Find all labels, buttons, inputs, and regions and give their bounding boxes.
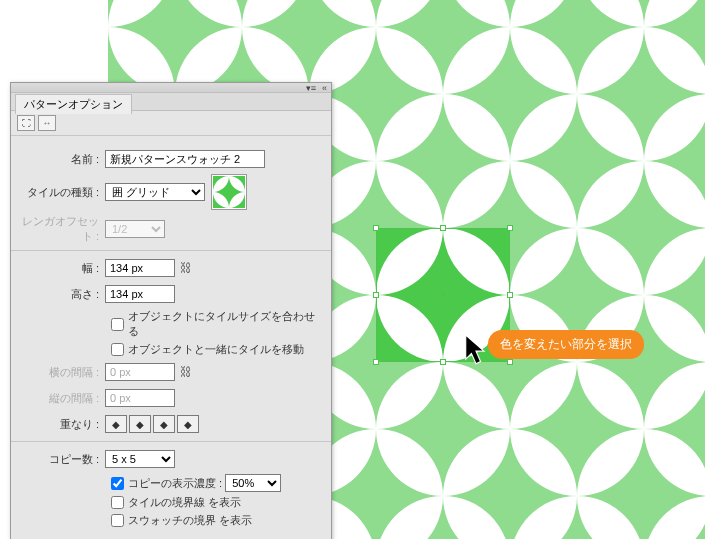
overlap-right-button[interactable]: ◆ <box>129 415 151 433</box>
callout-text: 色を変えたい部分を選択 <box>500 337 632 351</box>
show-swatch-bounds-label: スウォッチの境界 を表示 <box>128 513 252 528</box>
overlap-bottom-button[interactable]: ◆ <box>177 415 199 433</box>
panel-tab-pattern-options[interactable]: パターンオプション <box>15 94 132 114</box>
panel-menu-icon[interactable]: ▾≡ <box>306 83 316 93</box>
tile-edit-tool-button[interactable]: ⛶ <box>17 115 35 131</box>
selection-center-point <box>441 293 445 297</box>
tile-resize-tool-button[interactable]: ↔ <box>38 115 56 131</box>
overlap-label: 重なり : <box>21 417 105 432</box>
hspacing-label: 横の間隔 : <box>21 365 105 380</box>
show-swatch-bounds-checkbox[interactable] <box>111 514 124 527</box>
tile-preview-swatch <box>211 174 247 210</box>
size-to-object-label: オブジェクトにタイルサイズを合わせる <box>128 309 321 339</box>
brickoffset-select: 1/2 <box>105 220 165 238</box>
panel-toolbar: ⛶ ↔ <box>11 111 331 136</box>
move-with-object-label: オブジェクトと一緒にタイルを移動 <box>128 342 304 357</box>
link-dimensions-icon[interactable]: ⛓ <box>179 261 193 275</box>
height-label: 高さ : <box>21 287 105 302</box>
brickoffset-label: レンガオフセット : <box>21 214 105 244</box>
resize-handle[interactable] <box>440 225 446 231</box>
dim-copies-label: コピーの表示濃度 : <box>128 476 222 491</box>
width-input[interactable] <box>105 259 175 277</box>
tiletype-label: タイルの種類 : <box>21 185 105 200</box>
width-label: 幅 : <box>21 261 105 276</box>
name-label: 名前 : <box>21 152 105 167</box>
resize-handle[interactable] <box>373 292 379 298</box>
link-spacing-icon: ⛓ <box>179 365 193 379</box>
dim-copies-select[interactable]: 50% <box>225 474 281 492</box>
overlap-left-button[interactable]: ◆ <box>105 415 127 433</box>
panel-body: 名前 : タイルの種類 : 囲 グリッド レンガオフセット : 1/2 幅 : … <box>11 136 331 539</box>
copies-label: コピー数 : <box>21 452 105 467</box>
show-tile-edge-label: タイルの境界線 を表示 <box>128 495 241 510</box>
move-with-object-checkbox[interactable] <box>111 343 124 356</box>
size-to-object-checkbox[interactable] <box>111 318 124 331</box>
resize-handle[interactable] <box>507 225 513 231</box>
resize-handle[interactable] <box>373 225 379 231</box>
dim-copies-checkbox[interactable] <box>111 477 124 490</box>
resize-handle[interactable] <box>440 359 446 365</box>
height-input[interactable] <box>105 285 175 303</box>
panel-titlebar[interactable]: ▾≡ « <box>11 83 331 93</box>
resize-handle[interactable] <box>507 359 513 365</box>
pattern-options-panel: ▾≡ « パターンオプション ⛶ ↔ 名前 : タイルの種類 : 囲 グリッド … <box>10 82 332 539</box>
copies-select[interactable]: 5 x 5 <box>105 450 175 468</box>
resize-handle[interactable] <box>507 292 513 298</box>
panel-tab-row: パターンオプション <box>11 93 331 111</box>
resize-handle[interactable] <box>373 359 379 365</box>
name-input[interactable] <box>105 150 265 168</box>
callout-tooltip: 色を変えたい部分を選択 <box>488 330 644 359</box>
panel-collapse-icon[interactable]: « <box>322 83 327 93</box>
overlap-top-button[interactable]: ◆ <box>153 415 175 433</box>
show-tile-edge-checkbox[interactable] <box>111 496 124 509</box>
vspacing-input <box>105 389 175 407</box>
tiletype-select[interactable]: 囲 グリッド <box>105 183 205 201</box>
vspacing-label: 縦の間隔 : <box>21 391 105 406</box>
hspacing-input <box>105 363 175 381</box>
